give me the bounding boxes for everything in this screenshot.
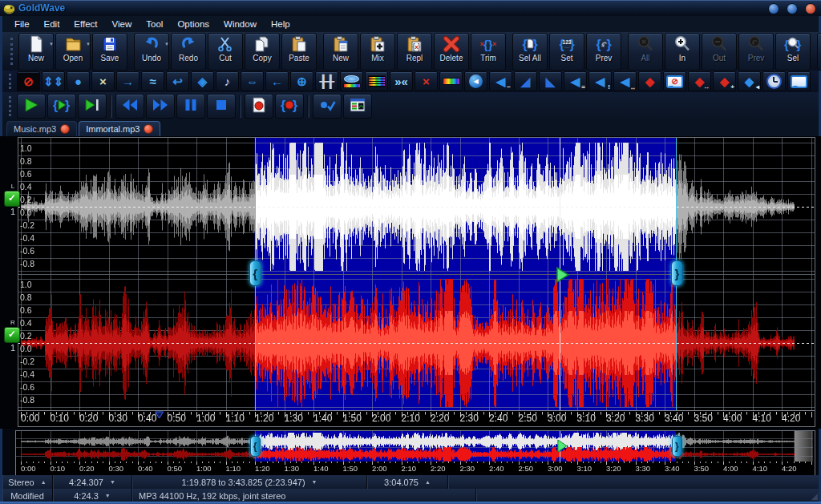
channel-r-enable-button[interactable]: ✓ (4, 327, 20, 343)
cues-button[interactable]: Cues (817, 33, 821, 71)
pan-button[interactable]: ◆ (638, 71, 661, 91)
zoom-out-button: Out (702, 33, 737, 71)
menu-edit[interactable]: Edit (37, 18, 67, 30)
comment-bubble-button[interactable] (787, 71, 811, 91)
noise-reduction-button[interactable]: ⊘ (663, 71, 686, 91)
new-button[interactable]: New▼ (18, 33, 54, 71)
length-short-cell[interactable]: 4:24.3▼ (53, 489, 132, 502)
channel-l-enable-button[interactable]: ✓ (4, 191, 20, 207)
replace-button[interactable]: {x}Repl (397, 33, 432, 71)
fade-in-button[interactable]: ◢ (514, 71, 537, 91)
spectrum-bar-button[interactable] (439, 71, 463, 91)
maximize-volume-button[interactable]: ◀! (588, 71, 612, 91)
menu-window[interactable]: Window (216, 18, 264, 30)
match-volume-button[interactable]: ◀= (564, 71, 587, 91)
selection-cell[interactable]: 1:19.878 to 3:43.825 (2:23.947)▼ (132, 475, 367, 489)
set-selection-button[interactable]: {}123…Set (549, 33, 584, 71)
open-button[interactable]: Open▼ (55, 33, 91, 71)
sliders-button[interactable]: ╂╂ (315, 71, 338, 91)
tab-music[interactable]: Music.mp3 (6, 121, 77, 136)
dropdown-arrow-icon[interactable]: ▼ (86, 42, 91, 46)
record-selection-button[interactable]: {} (275, 94, 304, 119)
overview-selection-end-handle[interactable]: } (672, 436, 682, 457)
reverse-button[interactable]: ↩ (166, 71, 189, 91)
expand-button[interactable]: ⇔ (241, 71, 264, 91)
fast-forward-button[interactable] (146, 94, 175, 119)
selection-end-handle[interactable]: } (671, 260, 683, 286)
selection-start-handle[interactable]: { (249, 260, 261, 286)
play-selection-button[interactable]: {} (47, 94, 76, 119)
select-all-button-label: Sel All (519, 54, 541, 62)
zoom-selection-button-label: Sel (787, 54, 799, 62)
volume-button[interactable]: ◀ (464, 71, 487, 91)
cut-button[interactable]: Cut (208, 33, 243, 71)
zoom-selection-button[interactable]: {}Sel (775, 33, 811, 71)
fade-out-button[interactable]: ◣ (539, 71, 562, 91)
monitor-button[interactable] (313, 94, 342, 119)
close-button[interactable] (805, 3, 816, 14)
arrow-left-button[interactable]: ← (265, 71, 289, 91)
undo-button[interactable]: Undo▼ (134, 33, 169, 71)
title-bar[interactable]: GoldWave (0, 0, 821, 16)
spectrum-pixels-button[interactable] (365, 71, 388, 91)
shape-volume-button[interactable]: ◀‥ (613, 71, 637, 91)
stop-button[interactable] (207, 94, 236, 119)
paste-new-button[interactable]: New (323, 33, 358, 71)
flange-button[interactable]: ◈ (191, 71, 214, 91)
menu-view[interactable]: View (105, 18, 140, 30)
interpolate-button[interactable]: »« (390, 71, 413, 91)
time-clock-button[interactable] (762, 71, 786, 91)
overview-selection-start-handle[interactable]: { (250, 436, 261, 457)
paste-button[interactable]: Paste (281, 33, 317, 71)
select-all-button[interactable]: {}Sel All (512, 33, 548, 71)
pause-button[interactable] (176, 94, 205, 119)
resize-grip[interactable]: ◢ (811, 491, 818, 502)
play-button[interactable] (17, 94, 46, 119)
control-properties-button[interactable] (343, 94, 372, 119)
menu-options[interactable]: Options (170, 18, 216, 30)
overview-strip[interactable]: 0:000:100:200:300:400:501:001:101:201:30… (15, 430, 815, 476)
previous-selection-button[interactable]: {}Prev (586, 33, 621, 71)
menu-file[interactable]: File (7, 18, 37, 30)
waveform-canvas[interactable] (18, 137, 815, 427)
delete-button[interactable]: Delete (434, 33, 469, 71)
rewind-button[interactable] (115, 94, 144, 119)
overview-tick-label: 2:10 (402, 464, 417, 473)
stereo-view-button[interactable]: ◆◂ (738, 71, 761, 91)
speed-circle-button[interactable]: ⊕ (290, 71, 313, 91)
trim-button[interactable]: {}××Trim (471, 33, 506, 71)
dropdown-arrow-icon[interactable]: ▼ (164, 42, 169, 46)
dropdown-arrow-icon[interactable]: ▼ (49, 42, 54, 46)
center-channel-button[interactable]: ◆+ (713, 71, 736, 91)
menu-help[interactable]: Help (264, 18, 297, 30)
crossed-lines-button[interactable]: × (91, 71, 115, 91)
maximize-button[interactable] (787, 3, 798, 14)
volume-reduce-button[interactable]: ◀− (489, 71, 512, 91)
wave-button[interactable]: ≈ (141, 71, 164, 91)
channel-mode-cell[interactable]: Stereo▲ (2, 475, 53, 489)
stereo-pan-button[interactable]: ◆↔ (688, 71, 711, 91)
disable-button[interactable]: ⊘ (17, 71, 40, 91)
music-note-button[interactable]: ♪ (216, 71, 239, 91)
censor-button[interactable]: × (415, 71, 438, 91)
mix-button[interactable]: Mix (360, 33, 395, 71)
menu-effect[interactable]: Effect (67, 18, 104, 30)
copy-button[interactable]: Copy (245, 33, 280, 71)
adjust-updown-button[interactable]: ⇕⇕ (42, 71, 65, 91)
redo-button[interactable]: Redo (171, 33, 206, 71)
save-button[interactable]: Save (92, 33, 127, 71)
pause-icon (182, 96, 200, 117)
length-cell[interactable]: 4:24.307▼ (53, 475, 132, 489)
filter-oval-button[interactable] (340, 71, 363, 91)
menu-tool[interactable]: Tool (139, 18, 170, 30)
tab-immortal[interactable]: Immortal.mp3 (79, 121, 160, 136)
sound-file-icon (60, 124, 70, 134)
time-tick-label: 2:40 (489, 413, 508, 424)
bend-arrow-button[interactable]: → (116, 71, 140, 91)
record-button[interactable] (245, 94, 273, 119)
minimize-button[interactable] (768, 3, 779, 14)
play-from-button[interactable] (78, 94, 107, 119)
sphere-button[interactable]: ● (67, 71, 90, 91)
position-cell[interactable]: 3:04.075▲ (367, 475, 448, 489)
zoom-in-button[interactable]: In (665, 33, 700, 71)
